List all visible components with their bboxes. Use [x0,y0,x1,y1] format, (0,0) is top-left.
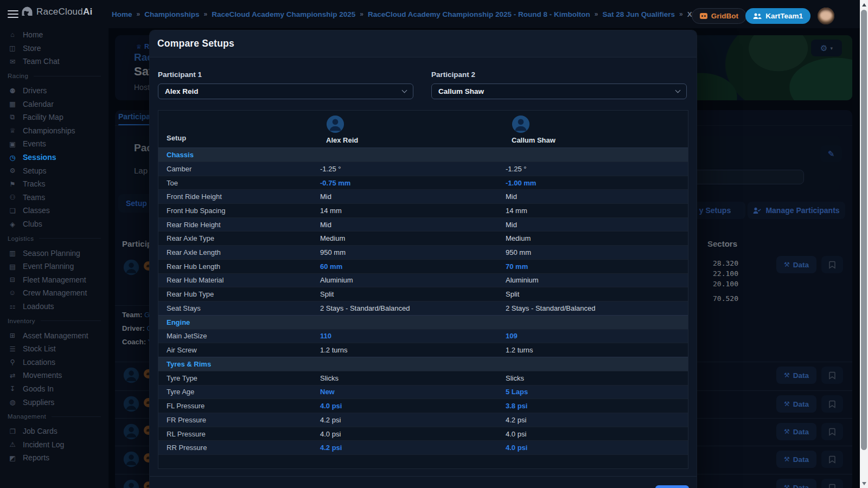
sidebar-item-label: Drivers [23,86,47,95]
goods-in-icon: ↧ [8,384,17,393]
row-label: Rear Hub Type [158,290,320,298]
sidebar-item-job-cards[interactable]: ❐Job Cards [0,425,108,438]
sessions-icon: ◷ [8,153,17,162]
breadcrumb-link[interactable]: Championships [144,10,199,18]
breadcrumb-link[interactable]: Sat 28 Jun Qualifiers [602,10,675,18]
sidebar-item-label: Crew Management [23,288,87,297]
row-label: Air Screw [158,346,320,354]
participant2-value: 14 mm [506,207,688,215]
loadouts-icon: ⚏ [8,302,17,310]
sidebar-item-sessions[interactable]: ◷Sessions [0,151,108,164]
sidebar-item-tracks[interactable]: ⚑Tracks [0,177,108,191]
row-label: Tyre Type [158,374,320,382]
row-label: FL Pressure [158,402,320,410]
participant1-value: 2 Stays - Standard/Balanced [320,304,506,312]
participant2-value: 4.0 psi [506,444,688,452]
modal-footer-button[interactable] [655,485,689,488]
sidebar-item-drivers[interactable]: ⚉Drivers [0,84,108,98]
participant1-select[interactable]: Alex Reid [158,84,413,99]
table-row: FR Pressure4.2 psi4.2 psi [158,413,688,427]
page-scrollbar[interactable] [860,0,868,488]
sidebar-section-racing: Racing [0,68,108,84]
setups-icon: ⚙ [8,166,17,175]
participant1-value: 4.2 psi [320,416,506,424]
participant1-value: 4.2 psi [320,444,506,452]
sidebar-item-label: Tracks [23,179,45,188]
participant1-value: Mid [320,221,506,229]
sidebar-item-loadouts[interactable]: ⚏Loadouts [0,300,108,313]
row-label: Main JetSize [158,332,320,340]
participant1-value: 14 mm [320,207,506,215]
participant1-value: 1.2 turns [320,346,506,354]
participant1-value: New [320,388,506,396]
sidebar-item-label: Loadouts [23,302,54,311]
breadcrumb-link[interactable]: Home [112,10,132,18]
logo-text: RaceCloudAi [36,7,92,17]
sidebar-item-store[interactable]: ◫Store [0,42,108,55]
row-label: Seat Stays [158,304,320,312]
sidebar-item-team-chat[interactable]: ✉Team Chat [0,55,108,68]
sidebar-item-label: Classes [23,206,50,215]
sidebar-item-locations[interactable]: ⚲Locations [0,355,108,369]
app-logo[interactable]: RaceCloudAi [21,6,92,17]
row-label: Rear Axle Type [158,234,320,242]
sidebar-item-fleet-management[interactable]: ⊟Fleet Management [0,273,108,287]
participant-selectors: Participant 1 Alex Reid Participant 2 Ca… [150,57,697,99]
sidebar-item-asset-management[interactable]: ⊞Asset Management [0,329,108,342]
sidebar: ⌂Home◫Store✉Team ChatRacing⚉Drivers▦Cale… [0,28,108,488]
sidebar-item-classes[interactable]: ❏Classes [0,204,108,217]
sidebar-item-season-planning[interactable]: ▥Season Planning [0,246,108,260]
modal-header: Compare Setups [150,30,697,57]
row-label: Front Ride Height [158,192,320,201]
sidebar-item-event-planning[interactable]: ▤Event Planning [0,260,108,273]
row-label: Toe [158,179,320,187]
scroll-up-arrow[interactable] [862,3,866,7]
sidebar-item-suppliers[interactable]: ◍Suppliers [0,395,108,409]
sidebar-item-calendar[interactable]: ▦Calendar [0,97,108,111]
user-avatar[interactable] [818,8,834,24]
drivers-icon: ⚉ [8,87,17,95]
sidebar-item-movements[interactable]: ⇄Movements [0,369,108,382]
participant2-value: Slicks [506,374,688,382]
table-section-header: Engine [158,315,688,329]
sidebar-item-championships[interactable]: ♕Championships [0,124,108,138]
breadcrumb-link[interactable]: RaceCloud Academy Championship 2025 - Ro… [368,10,590,18]
teams-icon: ⚇ [8,193,17,201]
sidebar-item-stock-list[interactable]: ☰Stock List [0,342,108,356]
team-switcher-button[interactable]: KartTeam1 [745,8,810,24]
participant2-value: 950 mm [506,248,688,256]
movements-icon: ⇄ [8,371,17,380]
sidebar-item-reports[interactable]: ◩Reports [0,451,108,465]
sidebar-item-clubs[interactable]: ◈Clubs [0,217,108,231]
job-cards-icon: ❐ [8,427,17,435]
sidebar-item-label: Asset Management [23,331,88,340]
participant2-value: 2 Stays - Standard/Balanced [506,304,688,312]
participant2-value: Aluminium [506,276,688,284]
sidebar-item-label: Facility Map [23,113,63,121]
table-row: RR Pressure4.2 psi4.0 psi [158,440,688,454]
breadcrumb-separator: » [679,10,683,18]
sidebar-item-goods-in[interactable]: ↧Goods In [0,382,108,396]
menu-toggle-button[interactable] [8,10,18,18]
participant2-select[interactable]: Callum Shaw [431,84,687,99]
sidebar-item-events[interactable]: ▣Events [0,137,108,151]
sidebar-item-label: Clubs [23,220,42,228]
scroll-down-arrow[interactable] [862,482,866,485]
stock-list-icon: ☰ [8,345,17,353]
breadcrumb-link[interactable]: RaceCloud Academy Championship 2025 [212,10,355,18]
gridbot-button[interactable]: GridBot [692,8,746,24]
sidebar-item-incident-log[interactable]: ⚠Incident Log [0,438,108,451]
participant2-column-header: Callum Shaw [506,111,688,147]
sidebar-item-teams[interactable]: ⚇Teams [0,191,108,204]
table-row: RL Pressure4.0 psi4.0 psi [158,427,688,441]
sidebar-item-crew-management[interactable]: ☺Crew Management [0,286,108,300]
chevron-down-icon [675,88,681,93]
scrollbar-thumb[interactable] [861,10,867,450]
sidebar-item-facility-map[interactable]: ⧉Facility Map [0,111,108,124]
participant1-value: Slicks [320,374,506,382]
sidebar-item-label: Teams [23,193,45,202]
participant1-value: 950 mm [320,248,506,256]
participant1-value: 4.0 psi [320,402,506,410]
sidebar-item-setups[interactable]: ⚙Setups [0,164,108,177]
sidebar-item-home[interactable]: ⌂Home [0,28,108,42]
